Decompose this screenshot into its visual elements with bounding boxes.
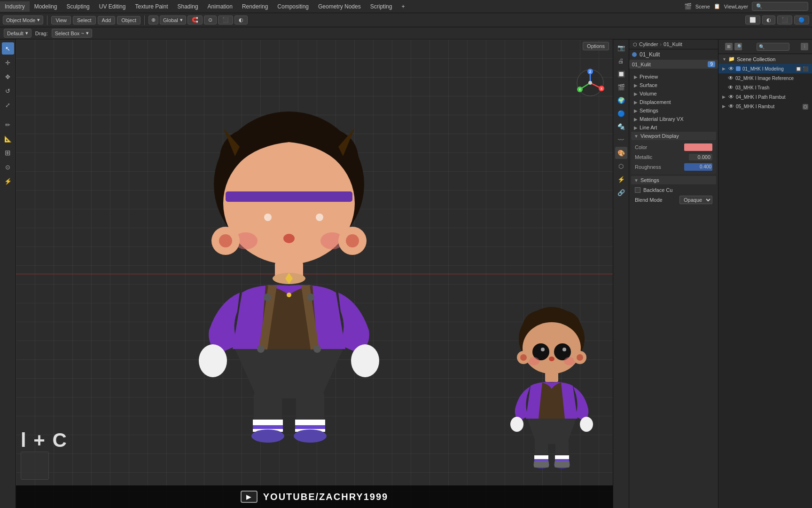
menu-shading[interactable]: Shading xyxy=(173,1,203,12)
vd-metallic-input[interactable] xyxy=(689,154,712,160)
props-icon-scene[interactable]: 🎬 xyxy=(615,81,627,93)
menu-scripting[interactable]: Scripting xyxy=(366,1,397,12)
svg-point-13 xyxy=(346,234,359,247)
transform-icon[interactable]: ⊕ xyxy=(148,16,158,24)
properties-panel: ⬡ Cylinder › 01_Kulit 01_Kulit 01_Kulit … xyxy=(629,40,718,508)
props-icon-world[interactable]: 🌍 xyxy=(615,94,627,106)
global-dropdown[interactable]: Global ▾ xyxy=(160,16,186,24)
magnet-btn[interactable]: 🧲 xyxy=(187,16,203,24)
cursor-tool-btn[interactable]: ✛ xyxy=(2,56,14,69)
props-icon-constraints[interactable]: 🔗 xyxy=(615,186,627,198)
move-tool-btn[interactable]: ✥ xyxy=(2,71,14,83)
svg-rect-54 xyxy=(555,455,569,459)
props-icon-data[interactable]: ⬡ xyxy=(615,160,627,172)
outliner-filter-icon[interactable]: 🔎 xyxy=(734,43,742,50)
viewport-shading-2[interactable]: ◐ xyxy=(762,16,775,24)
section-material-library[interactable]: ▶ Material Library VX xyxy=(631,115,716,123)
rotate-tool-btn[interactable]: ↺ xyxy=(2,85,14,97)
mode-dropdown[interactable]: Object Mode ▾ xyxy=(3,16,43,24)
section-settings-sub[interactable]: ▼ Settings xyxy=(631,176,716,184)
props-icon-material[interactable]: 🎨 xyxy=(615,147,627,159)
section-material-library-label: Material Library VX xyxy=(640,116,684,122)
select-tool-btn[interactable]: ↖ xyxy=(2,42,14,55)
svg-rect-59 xyxy=(554,461,570,468)
add-btn[interactable]: Add xyxy=(98,16,116,24)
viewport-shading-4[interactable]: 🔵 xyxy=(794,16,809,24)
proportional-btn[interactable]: ⊙ xyxy=(204,16,217,24)
svg-point-19 xyxy=(264,294,271,301)
menu-texture-paint[interactable]: Texture Paint xyxy=(130,1,172,12)
svg-rect-28 xyxy=(295,420,325,425)
small-character xyxy=(495,296,608,484)
shading-btn[interactable]: ◐ xyxy=(234,16,248,24)
menu-uv-editing[interactable]: UV Editing xyxy=(94,1,131,12)
axis-gizmo[interactable]: Z X Y xyxy=(575,68,605,98)
section-material-library-arrow: ▶ xyxy=(634,117,638,122)
props-icon-render[interactable]: 📷 xyxy=(615,41,627,54)
overlay-btn[interactable]: ⬛ xyxy=(218,16,233,24)
section-volume[interactable]: ▶ Volume xyxy=(631,89,716,98)
global-label: Global xyxy=(163,17,178,23)
select-box-dropdown[interactable]: Select Box ~ ▾ xyxy=(52,29,92,38)
scene-collection-label: ▼ 📁 Scene Collection xyxy=(718,54,812,64)
outliner-options-icon[interactable]: ⋮ xyxy=(801,43,808,50)
annotate-tool-btn[interactable]: ✏ xyxy=(2,119,14,131)
section-settings[interactable]: ▶ Settings xyxy=(631,106,716,115)
viewport-options-btn[interactable]: Options xyxy=(583,43,609,49)
viewport-shading-3[interactable]: ⬛ xyxy=(777,16,792,24)
mode-arrow: ▾ xyxy=(37,17,40,23)
props-icon-particles[interactable]: 〰 xyxy=(615,134,627,146)
default-dropdown[interactable]: Default ▾ xyxy=(4,29,31,38)
section-preview[interactable]: ▶ Preview xyxy=(631,72,716,81)
left-toolbar: ↖ ✛ ✥ ↺ ⤢ ✏ 📐 ⊞ ⊙ ⚡ xyxy=(0,40,16,508)
object-btn[interactable]: Object xyxy=(117,16,141,24)
outliner-item-rambut[interactable]: ▶ 👁 05_MHK I Rambut ⬡ xyxy=(718,102,812,111)
viewport-shading-1[interactable]: ⬜ xyxy=(745,16,760,24)
main-layout: ↖ ✛ ✥ ↺ ⤢ ✏ 📐 ⊞ ⊙ ⚡ xyxy=(0,40,812,508)
section-displacement[interactable]: ▶ Displacement xyxy=(631,98,716,106)
section-line-art[interactable]: ▶ Line Art xyxy=(631,123,716,132)
extra-tool-btn[interactable]: ⚡ xyxy=(2,175,14,187)
view-btn[interactable]: View xyxy=(51,16,71,24)
menu-animation[interactable]: Animation xyxy=(203,1,237,12)
menu-geometry-nodes[interactable]: Geometry Nodes xyxy=(313,1,366,12)
props-icon-extra[interactable]: ⚡ xyxy=(615,173,627,185)
viewport-display-content: Color Metallic Roughness xyxy=(631,140,716,174)
scene-collection-expand[interactable]: ▼ xyxy=(722,57,726,62)
outliner-item-trash[interactable]: 👁 03_MHK I Trash xyxy=(718,83,812,92)
outliner-view-icon[interactable]: ⊞ xyxy=(725,43,733,50)
props-icon-output[interactable]: 🖨 xyxy=(615,55,627,67)
options-label[interactable]: Options xyxy=(583,42,609,50)
menu-compositing[interactable]: Compositing xyxy=(273,1,313,12)
section-surface[interactable]: ▶ Surface xyxy=(631,81,716,89)
viewlayer-icon: 📋 xyxy=(714,3,720,9)
backface-checkbox[interactable] xyxy=(635,187,640,193)
props-icon-object[interactable]: 🔵 xyxy=(615,107,627,119)
scale-tool-btn[interactable]: ⤢ xyxy=(2,99,14,111)
menu-industry[interactable]: Industry xyxy=(0,1,30,12)
outliner-search[interactable] xyxy=(757,43,789,51)
menu-sculpting[interactable]: Sculpting xyxy=(62,1,94,12)
section-line-art-arrow: ▶ xyxy=(634,125,638,130)
blend-mode-select[interactable]: Opaque xyxy=(679,196,712,204)
svg-point-40 xyxy=(549,357,554,361)
select-btn[interactable]: Select xyxy=(73,16,96,24)
grid-toggle-btn[interactable]: ⊞ xyxy=(2,147,14,159)
menu-rendering[interactable]: Rendering xyxy=(237,1,273,12)
outliner-item-path[interactable]: ▶ 👁 04_MHK I Path Rambut xyxy=(718,92,812,102)
menu-add[interactable]: + xyxy=(397,1,409,12)
measure-tool-btn[interactable]: 📐 xyxy=(2,133,14,145)
outliner-item-modeling[interactable]: ▶ 👁 01_MHK I Modeling 🔲 ⬛ xyxy=(718,64,812,73)
props-icon-modifier[interactable]: 🔩 xyxy=(615,120,627,133)
section-settings-label: Settings xyxy=(640,108,658,113)
viewport[interactable]: l + C Options Z X Y xyxy=(16,40,613,508)
vd-roughness-label: Roughness xyxy=(635,164,668,170)
section-viewport-display[interactable]: ▼ Viewport Display xyxy=(631,132,716,140)
color-swatch[interactable] xyxy=(684,143,712,151)
menu-modeling[interactable]: Modeling xyxy=(30,1,62,12)
outliner-item-image-ref[interactable]: 👁 02_MHK I Image Reference xyxy=(718,73,812,83)
props-icon-view[interactable]: 🔲 xyxy=(615,68,627,80)
search-field[interactable]: 🔍 xyxy=(752,2,808,11)
section-preview-arrow: ▶ xyxy=(634,74,638,79)
transform-orient-btn[interactable]: ⊙ xyxy=(2,161,14,173)
